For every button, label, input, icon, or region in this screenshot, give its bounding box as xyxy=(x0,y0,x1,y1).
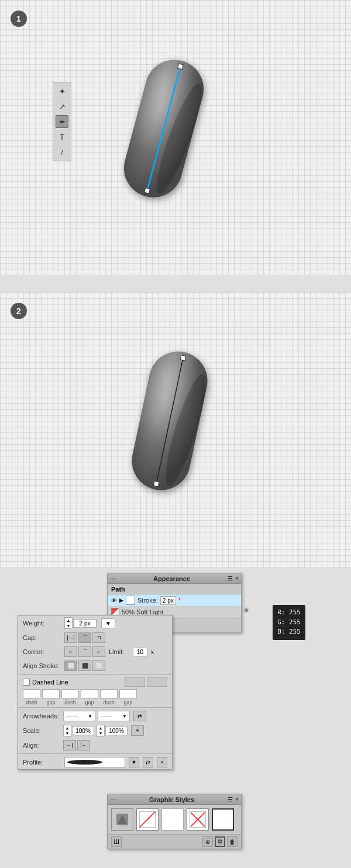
stroke-row[interactable]: 👁 ▶ Stroke: 2 px * R: 255 G: 255 B: 255 xyxy=(108,594,241,606)
section-gap xyxy=(0,275,351,292)
arrowhead-end-arrow: ▼ xyxy=(122,714,127,719)
weight-row: Weight: ▲ ▼ ▼ xyxy=(18,615,172,631)
align-outside-btn[interactable]: ⬜ xyxy=(92,660,105,671)
color-b: B: 255 xyxy=(277,627,301,637)
graphic-styles-title: Graphic Styles xyxy=(149,796,194,803)
scale2-up-btn[interactable]: ▲ xyxy=(97,725,104,731)
panel-menu-icon[interactable]: ☰ xyxy=(228,575,233,582)
stroke-color-swatch[interactable] xyxy=(126,596,135,605)
align-inside-btn[interactable]: ⬛ xyxy=(78,660,91,671)
align-ah-start-btn[interactable]: →| xyxy=(63,740,76,751)
gs-delete-icon[interactable]: 🗑 xyxy=(227,836,238,847)
path-section-header: Path xyxy=(108,584,241,594)
dash-2-input[interactable] xyxy=(61,689,79,698)
gs-swatch-5[interactable] xyxy=(212,808,234,831)
cap-buttons: |—| ⌒ ⊓ xyxy=(64,632,105,643)
scale2-down-btn[interactable]: ▼ xyxy=(97,731,104,736)
svg-rect-5 xyxy=(144,188,150,193)
toolbar: ✦ ↗ ✒ T / xyxy=(53,82,71,161)
gs-swatch-3[interactable] xyxy=(161,808,184,831)
graphic-styles-footer: Ш ⊕ ⧉ 🗑 xyxy=(108,834,241,849)
appearance-panel-titlebar: ↔ Appearance ☰ × xyxy=(108,573,241,584)
cap-butt-btn[interactable]: |—| xyxy=(64,632,77,643)
gs-new-icon[interactable]: ⊕ xyxy=(202,836,213,847)
align-center-btn[interactable]: ⬜ xyxy=(64,660,77,671)
corner-row: Corner: ⌐ ⌒ ⌐ Limit: x xyxy=(18,645,172,659)
pen-tool-icon[interactable]: ✒ xyxy=(56,115,68,128)
align-ah-end-btn[interactable]: |← xyxy=(77,740,90,751)
step-badge-1: 1 xyxy=(11,11,27,27)
canvas-area-1: 1 ✦ ↗ ✒ T / xyxy=(0,0,351,275)
scale1-input[interactable] xyxy=(72,726,94,735)
scale-2-group: ▲ ▼ xyxy=(97,725,128,736)
select-tool-icon[interactable]: ✦ xyxy=(56,85,68,98)
dash-3-input[interactable] xyxy=(100,689,118,698)
dash-labels-row: dash gap dash gap dash gap xyxy=(18,699,172,706)
limit-label: Limit: xyxy=(109,648,129,655)
path-label: Path xyxy=(111,586,125,593)
svg-rect-10 xyxy=(180,355,185,361)
gs-swatch-4[interactable] xyxy=(187,808,209,831)
limit-x-label: x xyxy=(151,649,154,655)
gs-swatch-2[interactable] xyxy=(136,808,159,831)
profile-label: Profile: xyxy=(23,759,61,766)
panel-close-icon[interactable]: × xyxy=(235,575,239,582)
appearance-panel-title: Appearance xyxy=(153,575,190,582)
scale2-input[interactable] xyxy=(105,726,128,735)
align-stroke-row: Align Stroke: ⬜ ⬛ ⬜ xyxy=(18,659,172,673)
arrowhead-end-dropdown[interactable]: —— ▼ xyxy=(98,711,130,721)
profile-dropdown[interactable] xyxy=(64,757,125,767)
dash-style-2[interactable] xyxy=(147,677,167,687)
gap-1-input[interactable] xyxy=(42,689,60,698)
scale1-down-btn[interactable]: ▼ xyxy=(64,731,71,736)
gap-3-input[interactable] xyxy=(119,689,137,698)
gs-menu-icon[interactable]: ☰ xyxy=(228,796,233,803)
scale-link-btn[interactable]: ⚭ xyxy=(131,725,144,736)
eye-icon[interactable]: 👁 xyxy=(111,597,117,604)
panel-controls[interactable]: ☰ × xyxy=(228,575,239,582)
weight-input[interactable] xyxy=(73,619,97,628)
stroke-value[interactable]: 2 px xyxy=(160,596,176,605)
color-indicator-dot xyxy=(243,607,249,613)
canvas-area-2: 2 xyxy=(0,292,351,567)
cap-square-btn[interactable]: ⊓ xyxy=(92,632,105,643)
cap-label: Cap: xyxy=(23,634,61,641)
dash-1-input[interactable] xyxy=(23,689,40,698)
corner-label: Corner: xyxy=(23,648,61,655)
scale-1-group: ▲ ▼ xyxy=(63,725,94,736)
weight-up-btn[interactable]: ▲ xyxy=(65,618,72,623)
corner-bevel-btn[interactable]: ⌐ xyxy=(92,646,105,657)
gs-swatch-1[interactable] xyxy=(111,808,133,831)
stroke-label: Stroke: xyxy=(137,597,158,604)
scale1-up-btn[interactable]: ▲ xyxy=(64,725,71,731)
direct-select-icon[interactable]: ↗ xyxy=(56,100,68,113)
gs-duplicate-icon[interactable]: ⧉ xyxy=(215,836,225,847)
gs-resize-icon: ↔ xyxy=(110,796,116,803)
gs-controls[interactable]: ☰ × xyxy=(228,796,239,803)
arrowhead-start-dropdown[interactable]: —— ▼ xyxy=(63,711,95,721)
limit-input[interactable] xyxy=(133,648,147,656)
weight-dropdown[interactable]: ▼ xyxy=(102,619,115,628)
corner-round-btn[interactable]: ⌒ xyxy=(78,646,91,657)
gs-library-icon[interactable]: Ш xyxy=(111,836,122,847)
graphic-styles-panel: ↔ Graphic Styles ☰ × xyxy=(107,794,242,849)
cap-round-btn[interactable]: ⌒ xyxy=(78,632,91,643)
step-badge-2: 2 xyxy=(11,303,27,319)
line-tool-icon[interactable]: / xyxy=(56,146,68,158)
corner-miter-btn[interactable]: ⌐ xyxy=(64,646,77,657)
weight-down-btn[interactable]: ▼ xyxy=(65,623,72,628)
gs-close-icon[interactable]: × xyxy=(235,796,239,803)
dash-style-1[interactable] xyxy=(125,677,145,687)
profile-flip-btn[interactable]: ⇄ xyxy=(143,757,153,767)
panel-resize-icon: ↔ xyxy=(110,575,116,582)
profile-dropdown-arrow[interactable]: ▼ xyxy=(129,757,139,767)
arrowhead-start-arrow: ▼ xyxy=(88,714,92,719)
dashed-checkbox[interactable] xyxy=(23,679,30,686)
text-tool-icon[interactable]: T xyxy=(56,130,68,143)
profile-shape xyxy=(67,760,102,765)
profile-close-btn[interactable]: × xyxy=(157,757,167,767)
divider-1 xyxy=(18,674,172,675)
gap-2-input[interactable] xyxy=(81,689,98,698)
dash-style-options xyxy=(125,677,167,687)
arrowhead-swap-btn[interactable]: ⇄ xyxy=(133,711,146,721)
